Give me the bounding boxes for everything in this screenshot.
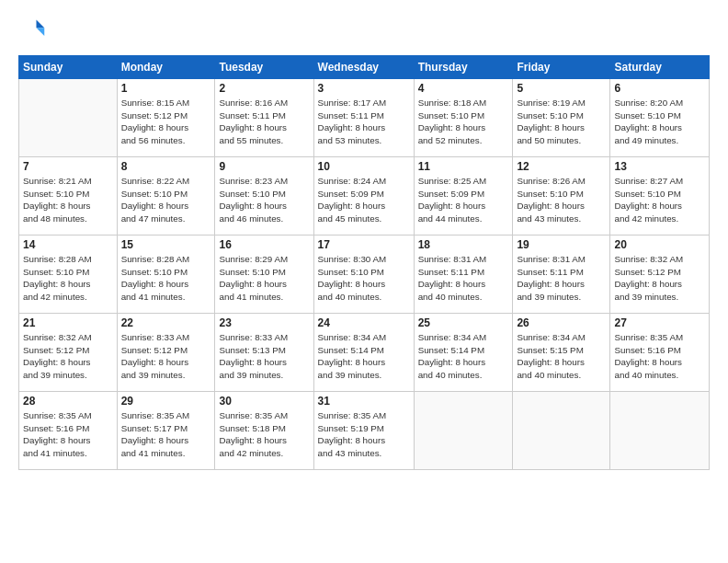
calendar-cell: 15Sunrise: 8:28 AMSunset: 5:10 PMDayligh… [117, 236, 215, 314]
svg-marker-1 [37, 28, 45, 36]
day-number: 12 [517, 160, 606, 173]
calendar-cell [610, 392, 710, 470]
calendar-cell: 21Sunrise: 8:32 AMSunset: 5:12 PMDayligh… [19, 314, 118, 392]
day-number: 29 [121, 395, 211, 408]
svg-marker-0 [37, 20, 45, 29]
day-number: 16 [219, 238, 309, 251]
day-info: Sunrise: 8:26 AMSunset: 5:10 PMDaylight:… [517, 175, 606, 225]
day-info: Sunrise: 8:17 AMSunset: 5:11 PMDaylight:… [318, 97, 410, 147]
calendar-cell: 1Sunrise: 8:15 AMSunset: 5:12 PMDaylight… [117, 79, 215, 157]
calendar-cell: 8Sunrise: 8:22 AMSunset: 5:10 PMDaylight… [117, 157, 215, 236]
day-info: Sunrise: 8:31 AMSunset: 5:11 PMDaylight:… [517, 253, 606, 304]
day-info: Sunrise: 8:32 AMSunset: 5:12 PMDaylight:… [614, 253, 705, 304]
calendar-cell: 31Sunrise: 8:35 AMSunset: 5:19 PMDayligh… [313, 392, 414, 470]
calendar-cell: 27Sunrise: 8:35 AMSunset: 5:16 PMDayligh… [610, 314, 710, 392]
day-info: Sunrise: 8:35 AMSunset: 5:17 PMDaylight:… [121, 409, 211, 460]
logo-icon [20, 17, 46, 42]
day-info: Sunrise: 8:33 AMSunset: 5:13 PMDaylight:… [219, 331, 309, 382]
day-number: 13 [614, 160, 705, 173]
day-number: 7 [23, 160, 113, 173]
day-info: Sunrise: 8:25 AMSunset: 5:09 PMDaylight:… [418, 175, 509, 225]
day-info: Sunrise: 8:22 AMSunset: 5:10 PMDaylight:… [121, 175, 211, 225]
day-info: Sunrise: 8:19 AMSunset: 5:10 PMDaylight:… [517, 97, 606, 147]
day-number: 25 [418, 316, 509, 329]
calendar-cell [19, 79, 118, 157]
day-number: 23 [219, 316, 309, 329]
calendar-week-5: 28Sunrise: 8:35 AMSunset: 5:16 PMDayligh… [19, 392, 710, 470]
day-number: 2 [219, 82, 309, 95]
calendar-cell: 14Sunrise: 8:28 AMSunset: 5:10 PMDayligh… [19, 236, 118, 314]
header [18, 17, 710, 46]
calendar-header-friday: Friday [513, 56, 610, 79]
calendar-cell: 17Sunrise: 8:30 AMSunset: 5:10 PMDayligh… [313, 236, 414, 314]
calendar-header-wednesday: Wednesday [313, 56, 414, 79]
calendar-cell: 19Sunrise: 8:31 AMSunset: 5:11 PMDayligh… [513, 236, 610, 314]
day-info: Sunrise: 8:28 AMSunset: 5:10 PMDaylight:… [23, 253, 113, 304]
calendar-header-monday: Monday [117, 56, 215, 79]
calendar-cell: 16Sunrise: 8:29 AMSunset: 5:10 PMDayligh… [215, 236, 313, 314]
day-info: Sunrise: 8:28 AMSunset: 5:10 PMDaylight:… [121, 253, 211, 304]
calendar-header-thursday: Thursday [414, 56, 513, 79]
day-number: 24 [318, 316, 410, 329]
day-info: Sunrise: 8:27 AMSunset: 5:10 PMDaylight:… [614, 175, 705, 225]
calendar: SundayMondayTuesdayWednesdayThursdayFrid… [18, 55, 710, 470]
day-number: 9 [219, 160, 309, 173]
day-info: Sunrise: 8:23 AMSunset: 5:10 PMDaylight:… [219, 175, 309, 225]
day-info: Sunrise: 8:34 AMSunset: 5:14 PMDaylight:… [418, 331, 509, 382]
calendar-header-sunday: Sunday [19, 56, 118, 79]
calendar-cell: 20Sunrise: 8:32 AMSunset: 5:12 PMDayligh… [610, 236, 710, 314]
calendar-cell: 11Sunrise: 8:25 AMSunset: 5:09 PMDayligh… [414, 157, 513, 236]
calendar-cell: 25Sunrise: 8:34 AMSunset: 5:14 PMDayligh… [414, 314, 513, 392]
day-info: Sunrise: 8:34 AMSunset: 5:14 PMDaylight:… [318, 331, 410, 382]
day-info: Sunrise: 8:21 AMSunset: 5:10 PMDaylight:… [23, 175, 113, 225]
day-info: Sunrise: 8:34 AMSunset: 5:15 PMDaylight:… [517, 331, 606, 382]
day-info: Sunrise: 8:35 AMSunset: 5:19 PMDaylight:… [318, 409, 410, 460]
day-info: Sunrise: 8:33 AMSunset: 5:12 PMDaylight:… [121, 331, 211, 382]
day-number: 31 [318, 395, 410, 408]
day-number: 3 [318, 82, 410, 95]
day-number: 1 [121, 82, 211, 95]
day-info: Sunrise: 8:20 AMSunset: 5:10 PMDaylight:… [614, 97, 705, 147]
day-number: 28 [23, 395, 113, 408]
day-info: Sunrise: 8:31 AMSunset: 5:11 PMDaylight:… [418, 253, 509, 304]
calendar-cell: 5Sunrise: 8:19 AMSunset: 5:10 PMDaylight… [513, 79, 610, 157]
day-number: 15 [121, 238, 211, 251]
calendar-cell: 12Sunrise: 8:26 AMSunset: 5:10 PMDayligh… [513, 157, 610, 236]
calendar-header-tuesday: Tuesday [215, 56, 313, 79]
calendar-week-4: 21Sunrise: 8:32 AMSunset: 5:12 PMDayligh… [19, 314, 710, 392]
day-number: 26 [517, 316, 606, 329]
calendar-cell: 24Sunrise: 8:34 AMSunset: 5:14 PMDayligh… [313, 314, 414, 392]
day-info: Sunrise: 8:24 AMSunset: 5:09 PMDaylight:… [318, 175, 410, 225]
calendar-cell: 26Sunrise: 8:34 AMSunset: 5:15 PMDayligh… [513, 314, 610, 392]
day-info: Sunrise: 8:29 AMSunset: 5:10 PMDaylight:… [219, 253, 309, 304]
calendar-cell: 13Sunrise: 8:27 AMSunset: 5:10 PMDayligh… [610, 157, 710, 236]
logo [18, 17, 46, 46]
day-number: 5 [517, 82, 606, 95]
day-info: Sunrise: 8:30 AMSunset: 5:10 PMDaylight:… [318, 253, 410, 304]
day-number: 30 [219, 395, 309, 408]
day-number: 10 [318, 160, 410, 173]
day-info: Sunrise: 8:16 AMSunset: 5:11 PMDaylight:… [219, 97, 309, 147]
calendar-cell [414, 392, 513, 470]
calendar-cell: 7Sunrise: 8:21 AMSunset: 5:10 PMDaylight… [19, 157, 118, 236]
day-info: Sunrise: 8:15 AMSunset: 5:12 PMDaylight:… [121, 97, 211, 147]
calendar-cell: 9Sunrise: 8:23 AMSunset: 5:10 PMDaylight… [215, 157, 313, 236]
day-number: 22 [121, 316, 211, 329]
day-number: 18 [418, 238, 509, 251]
day-info: Sunrise: 8:35 AMSunset: 5:16 PMDaylight:… [614, 331, 705, 382]
calendar-cell: 22Sunrise: 8:33 AMSunset: 5:12 PMDayligh… [117, 314, 215, 392]
calendar-header-row: SundayMondayTuesdayWednesdayThursdayFrid… [19, 56, 710, 79]
calendar-cell: 6Sunrise: 8:20 AMSunset: 5:10 PMDaylight… [610, 79, 710, 157]
day-number: 27 [614, 316, 705, 329]
day-info: Sunrise: 8:35 AMSunset: 5:18 PMDaylight:… [219, 409, 309, 460]
calendar-week-2: 7Sunrise: 8:21 AMSunset: 5:10 PMDaylight… [19, 157, 710, 236]
calendar-cell: 10Sunrise: 8:24 AMSunset: 5:09 PMDayligh… [313, 157, 414, 236]
day-number: 6 [614, 82, 705, 95]
day-info: Sunrise: 8:32 AMSunset: 5:12 PMDaylight:… [23, 331, 113, 382]
day-number: 19 [517, 238, 606, 251]
calendar-week-1: 1Sunrise: 8:15 AMSunset: 5:12 PMDaylight… [19, 79, 710, 157]
calendar-cell: 18Sunrise: 8:31 AMSunset: 5:11 PMDayligh… [414, 236, 513, 314]
day-info: Sunrise: 8:35 AMSunset: 5:16 PMDaylight:… [23, 409, 113, 460]
day-number: 20 [614, 238, 705, 251]
calendar-cell: 2Sunrise: 8:16 AMSunset: 5:11 PMDaylight… [215, 79, 313, 157]
